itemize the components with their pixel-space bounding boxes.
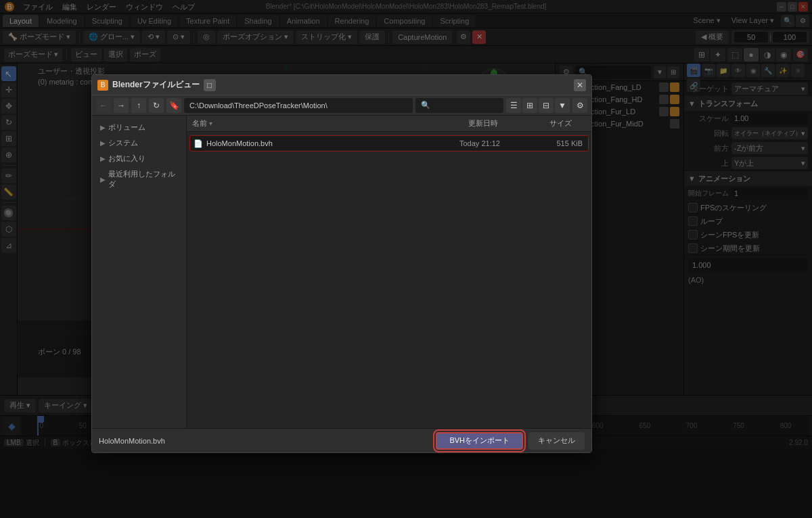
dialog-settings-button[interactable]: ⚙	[572, 98, 587, 113]
sidebar-item-favorites[interactable]: ▶ お気に入り	[92, 151, 186, 166]
dialog-file-list: 名前 ▾ 更新日時 サイズ 📄 HoloMonMotion.bvh Today …	[187, 116, 591, 428]
file-list-content: 📄 HoloMonMotion.bvh Today 21:12 515 KiB	[187, 132, 591, 428]
nav-refresh-button[interactable]: ↻	[149, 98, 164, 113]
sidebar-arrow-volume: ▶	[100, 124, 106, 131]
sidebar-label-system: システム	[108, 138, 138, 148]
sidebar-item-recent[interactable]: ▶ 最近利用したフォルダ	[92, 166, 186, 192]
view-type-buttons: ☰ ⊞ ⊟ ▼	[506, 98, 570, 113]
thumbnail-view-button[interactable]: ⊟	[539, 98, 554, 113]
dialog-sidebar: ▶ ボリューム ▶ システム ▶ お気に入り ▶ 最近利用したフォルダ	[92, 116, 187, 428]
dialog-icon: B	[97, 80, 108, 91]
sidebar-item-volume[interactable]: ▶ ボリューム	[92, 120, 186, 135]
dialog-close-button[interactable]: ✕	[574, 79, 586, 91]
file-item-holomon-motion[interactable]: 📄 HoloMonMotion.bvh Today 21:12 515 KiB	[189, 135, 589, 151]
file-item-size: 515 KiB	[538, 139, 585, 147]
file-dialog-overlay: B Blenderファイルビュー □ ✕ ← → ↑ ↻ 🔖 C:\Downlo…	[0, 0, 812, 518]
dialog-maximize-button[interactable]: □	[204, 79, 216, 91]
filter-button[interactable]: ▼	[555, 98, 570, 113]
dialog-toolbar: ← → ↑ ↻ 🔖 C:\Download\ThreeDPoseTracker\…	[92, 95, 591, 116]
sidebar-arrow-favorites: ▶	[100, 155, 106, 162]
col-name: 名前 ▾	[187, 118, 463, 128]
import-button[interactable]: BVHをインポート	[436, 432, 523, 450]
dialog-title: Blenderファイルビュー	[112, 79, 200, 91]
detail-view-button[interactable]: ⊞	[522, 98, 537, 113]
sidebar-arrow-recent: ▶	[100, 176, 106, 183]
dialog-footer: HoloMonMotion.bvh BVHをインポート キャンセル	[92, 428, 591, 452]
path-input[interactable]: C:\Download\ThreeDPoseTracker\Motion\	[184, 98, 413, 113]
nav-back-button[interactable]: ←	[96, 98, 111, 113]
nav-up-button[interactable]: ↑	[131, 98, 146, 113]
nav-bookmark-button[interactable]: 🔖	[166, 98, 181, 113]
file-icon-bvh: 📄	[193, 138, 204, 149]
col-size: サイズ	[544, 118, 591, 128]
col-date: 更新日時	[463, 118, 544, 128]
file-list-header: 名前 ▾ 更新日時 サイズ	[187, 116, 591, 132]
dialog-filename-label: HoloMonMotion.bvh	[99, 437, 430, 445]
sidebar-arrow-system: ▶	[100, 139, 106, 147]
nav-forward-button[interactable]: →	[114, 98, 129, 113]
file-item-date: Today 21:12	[457, 139, 538, 147]
file-item-name: HoloMonMotion.bvh	[206, 139, 457, 147]
sidebar-item-system[interactable]: ▶ システム	[92, 135, 186, 151]
sidebar-label-favorites: お気に入り	[108, 154, 145, 164]
list-view-button[interactable]: ☰	[506, 98, 521, 113]
sidebar-label-volume: ボリューム	[108, 122, 145, 133]
dialog-body: ▶ ボリューム ▶ システム ▶ お気に入り ▶ 最近利用したフォルダ	[92, 116, 591, 428]
dialog-search-input[interactable]: 🔍	[415, 98, 503, 113]
dialog-title-bar: B Blenderファイルビュー □ ✕	[92, 75, 591, 95]
cancel-button[interactable]: キャンセル	[528, 432, 585, 450]
sidebar-label-recent: 最近利用したフォルダ	[108, 169, 178, 189]
file-dialog: B Blenderファイルビュー □ ✕ ← → ↑ ↻ 🔖 C:\Downlo…	[91, 74, 592, 453]
